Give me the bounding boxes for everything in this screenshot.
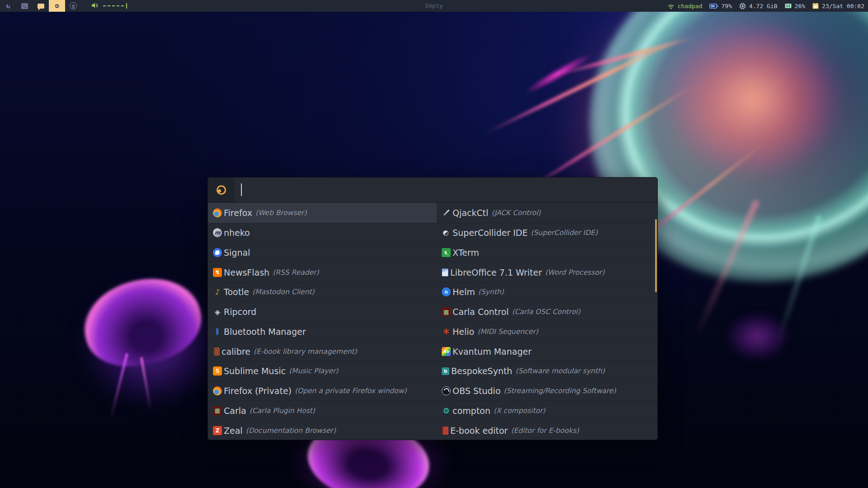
- nheko-icon: [213, 228, 222, 237]
- app-row[interactable]: Zeal (Documentation Browser): [208, 420, 437, 440]
- workspace-button[interactable]: [65, 0, 81, 12]
- app-description: (Carla Plugin Host): [250, 407, 315, 415]
- search-input[interactable]: [234, 178, 657, 202]
- status-modules: chadpad 79%: [667, 0, 868, 12]
- app-row[interactable]: nheko: [208, 223, 437, 243]
- text-cursor: [241, 183, 242, 196]
- app-description: (Music Player): [289, 367, 338, 375]
- workspace-button[interactable]: [33, 0, 49, 12]
- app-row[interactable]: NewsFlash (RSS Reader): [208, 262, 437, 282]
- xterm-icon: [442, 248, 451, 257]
- app-row[interactable]: Tootle (Mastodon Client): [208, 282, 437, 302]
- app-row[interactable]: Helm (Synth): [437, 282, 657, 302]
- launcher-scrollbar[interactable]: [655, 219, 657, 292]
- app-row[interactable]: compton (X compositor): [437, 401, 657, 421]
- memory-usage: 4.72 GiB: [749, 3, 778, 9]
- app-row[interactable]: BespokeSynth (Software modular synth): [437, 361, 657, 381]
- workspace-button[interactable]: [49, 0, 65, 12]
- app-name: Firefox: [224, 208, 252, 218]
- app-name: OBS Studio: [453, 386, 500, 396]
- app-row[interactable]: LibreOffice 7.1 Writer (Word Processor): [437, 262, 657, 282]
- qjackctl-icon: [442, 208, 451, 217]
- app-name: NewsFlash: [224, 267, 269, 277]
- carla-control-icon: [442, 307, 451, 316]
- app-name: Helio: [453, 327, 474, 337]
- app-row[interactable]: Kvantum Manager: [437, 341, 657, 361]
- clock-module: 23/Sat 00:02: [812, 3, 864, 9]
- calibre-icon: [213, 347, 220, 356]
- app-description: (Streaming/Recording Software): [504, 387, 616, 395]
- jellyfish-tentacle: [140, 357, 152, 411]
- volume-slider[interactable]: [103, 5, 124, 6]
- ram-percentage: 26%: [795, 3, 805, 9]
- firefox-workspace-icon: [6, 2, 10, 10]
- app-name: Signal: [224, 248, 250, 258]
- app-description: (Software modular synth): [515, 367, 605, 375]
- app-description: (Synth): [478, 288, 504, 296]
- app-row[interactable]: Firefox (Web Browser): [208, 203, 437, 223]
- app-name: nheko: [224, 228, 250, 238]
- app-row[interactable]: OBS Studio (Streaming/Recording Software…: [437, 381, 657, 401]
- app-name: XTerm: [453, 248, 479, 258]
- app-row[interactable]: calibre (E-book library management): [208, 341, 437, 361]
- app-row[interactable]: Carla Control (Carla OSC Control): [437, 302, 657, 322]
- desktop: Empty chadpad: [0, 0, 868, 488]
- app-name: BespokeSynth: [451, 366, 512, 376]
- app-name: calibre: [222, 347, 250, 357]
- window-title: Empty: [425, 0, 443, 12]
- app-name: LibreOffice 7.1 Writer: [450, 267, 542, 277]
- network-module: chadpad: [667, 3, 703, 9]
- jellyfish-distant: [719, 307, 796, 366]
- newsflash-icon: [213, 268, 222, 277]
- app-row[interactable]: XTerm: [437, 243, 657, 263]
- ram-icon: [785, 3, 792, 9]
- app-description: (SuperCollider IDE): [531, 229, 598, 237]
- app-name: Kvantum Manager: [453, 347, 532, 357]
- carla-icon: [213, 406, 222, 415]
- app-row[interactable]: Ripcord: [208, 302, 437, 322]
- helm-icon: [442, 287, 451, 296]
- app-description: (X compositor): [494, 407, 545, 415]
- app-name: Helm: [453, 287, 475, 297]
- volume-control[interactable]: [91, 0, 127, 12]
- app-row[interactable]: Signal: [208, 243, 437, 263]
- app-description: (Editor for E-books): [511, 427, 579, 435]
- app-description: (E-book library management): [254, 347, 357, 356]
- volume-slider-handle[interactable]: [126, 3, 127, 9]
- status-bar: Empty chadpad: [0, 0, 868, 12]
- chip-icon: [739, 3, 746, 9]
- app-launcher: Firefox (Web Browser) nheko Signal: [208, 177, 658, 440]
- results-column-right: QjackCtl (JACK Control) SuperCollider ID…: [437, 203, 657, 440]
- app-name: Ripcord: [224, 307, 256, 317]
- at-workspace-icon: [70, 2, 77, 9]
- wifi-icon: [667, 3, 675, 9]
- workspace-button[interactable]: [0, 0, 16, 12]
- ebook-editor-icon: [442, 427, 448, 435]
- results-column-left: Firefox (Web Browser) nheko Signal: [208, 203, 437, 440]
- jellyfish-tentacle: [775, 215, 822, 345]
- app-row[interactable]: Carla (Carla Plugin Host): [208, 401, 437, 421]
- launcher-logo-cell: [208, 178, 234, 202]
- app-name: SuperCollider IDE: [453, 228, 528, 238]
- obs-icon: [442, 386, 451, 395]
- datetime-label: 23/Sat 00:02: [822, 3, 864, 9]
- app-row[interactable]: Sublime Music (Music Player): [208, 361, 437, 381]
- app-description: (JACK Control): [491, 209, 541, 217]
- app-row[interactable]: Bluetooth Manager: [208, 322, 437, 342]
- app-name: Bluetooth Manager: [224, 327, 306, 337]
- app-row[interactable]: QjackCtl (JACK Control): [437, 203, 657, 223]
- terminal-workspace-icon: [21, 3, 28, 9]
- sublime-music-icon: [213, 366, 222, 375]
- jellyfish-large-core: [646, 5, 859, 194]
- app-row[interactable]: SuperCollider IDE (SuperCollider IDE): [437, 223, 657, 243]
- app-name: Carla Control: [453, 307, 509, 317]
- tootle-icon: [213, 287, 222, 296]
- app-row[interactable]: Helio (MIDI Sequencer): [437, 322, 657, 342]
- app-row[interactable]: E-book editor (Editor for E-books): [437, 420, 657, 440]
- app-description: (Word Processor): [545, 268, 605, 277]
- app-description: (Documentation Browser): [246, 427, 336, 435]
- memory-module: 4.72 GiB: [739, 3, 778, 9]
- app-row[interactable]: Firefox (Private) (Open a private Firefo…: [208, 381, 437, 401]
- firefox-private-icon: [213, 386, 222, 395]
- workspace-button[interactable]: [16, 0, 33, 12]
